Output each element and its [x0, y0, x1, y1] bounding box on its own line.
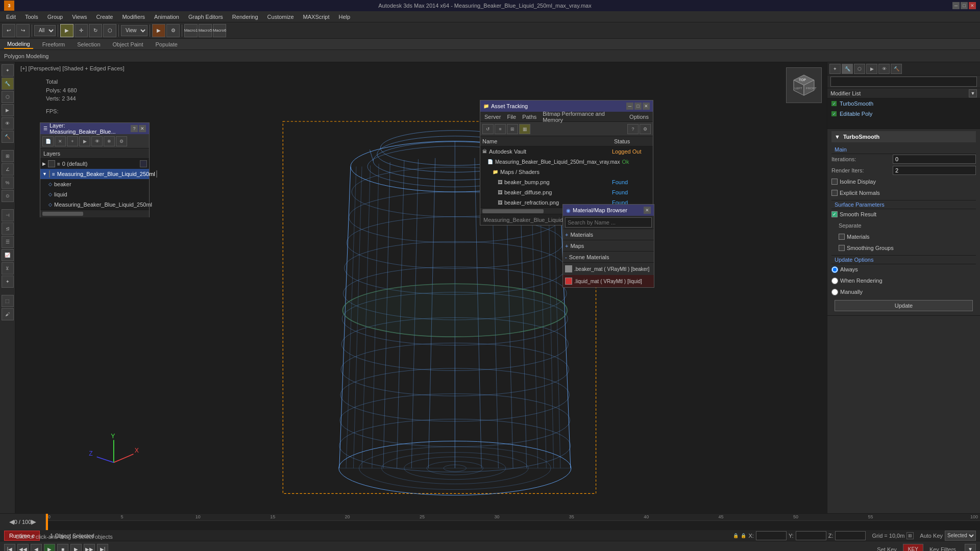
modify-panel-button[interactable]: 🔧	[2, 78, 14, 90]
at-horizontal-scrollbar[interactable]	[482, 209, 544, 213]
at-refresh-button[interactable]: ↺	[482, 124, 494, 134]
frame-next-button[interactable]: ▶	[31, 518, 36, 525]
animate-button[interactable]: Runtime e	[4, 531, 40, 541]
tab-selection[interactable]: Selection	[74, 40, 103, 48]
at-menu-options[interactable]: Options	[627, 114, 651, 120]
layers-panel-titlebar[interactable]: ☰ Layer: Measuring_Beaker_Blue... ? ✕	[40, 123, 149, 134]
at-row-maps[interactable]: 📁 Maps / Shaders	[480, 167, 653, 177]
at-close-button[interactable]: ✕	[643, 103, 650, 110]
always-radio[interactable]	[831, 266, 838, 273]
paint-select-button[interactable]: 🖌	[2, 308, 14, 320]
menu-customize[interactable]: Customize	[263, 13, 298, 21]
redo-button[interactable]: ↪	[16, 24, 30, 37]
menu-edit[interactable]: Edit	[2, 13, 20, 21]
layer-item-default[interactable]: ▶ ≡ 0 (default)	[40, 159, 149, 169]
at-menu-paths[interactable]: Paths	[520, 114, 538, 120]
layers-help-button[interactable]: ?	[131, 125, 138, 132]
at-maximize-button[interactable]: □	[634, 103, 642, 110]
goto-start-button[interactable]: |◀	[4, 544, 15, 552]
minimize-button[interactable]: ─	[952, 2, 960, 9]
curve-editor-button[interactable]: 📈	[2, 249, 14, 261]
undo-button[interactable]: ↩	[2, 24, 15, 37]
align-button[interactable]: ⊴	[2, 222, 14, 235]
display-panel-button[interactable]: 👁	[2, 117, 14, 130]
at-list-button[interactable]: ≡	[495, 124, 506, 134]
auto-key-dropdown[interactable]: Selected	[945, 531, 976, 541]
percent-snap-button[interactable]: %	[2, 177, 14, 189]
material-search-input[interactable]	[565, 217, 652, 228]
close-button[interactable]: ✕	[969, 2, 976, 9]
utilities-panel-button[interactable]: 🔨	[2, 131, 14, 143]
display-tab[interactable]: 👁	[878, 64, 890, 74]
tab-modeling[interactable]: Modeling	[4, 40, 33, 49]
menu-maxscript[interactable]: MAXScript	[299, 13, 334, 21]
tab-populate[interactable]: Populate	[152, 40, 180, 48]
hierarchy-panel-button[interactable]: ⬡	[2, 91, 14, 103]
tab-freeform[interactable]: Freeform	[39, 40, 68, 48]
modify-tab[interactable]: 🔧	[842, 64, 853, 74]
snap-button[interactable]: ⊞	[2, 150, 14, 162]
manually-radio[interactable]	[831, 289, 838, 295]
layer-item-beaker[interactable]: ◇ beaker	[40, 179, 149, 189]
explicit-normals-checkbox[interactable]	[831, 190, 838, 196]
render-iters-input[interactable]	[893, 166, 976, 175]
modifier-list-dropdown[interactable]: ▼	[969, 89, 977, 97]
x-input[interactable]	[756, 531, 787, 540]
at-row-maxfile[interactable]: 📄 Measuring_Beaker_Blue_Liquid_250ml_max…	[480, 157, 653, 167]
layer-freeze-button[interactable]: ❄	[104, 136, 115, 146]
scene-materials-section[interactable]: - Scene Materials	[563, 252, 654, 263]
at-menu-file[interactable]: File	[505, 114, 518, 120]
menu-create[interactable]: Create	[92, 13, 117, 21]
when-rendering-radio[interactable]	[831, 278, 838, 284]
select-button[interactable]: ▶	[60, 24, 74, 37]
at-row-vault[interactable]: 🏛 Autodesk Vault Logged Out	[480, 146, 653, 157]
z-input[interactable]	[835, 531, 866, 540]
layer-delete-button[interactable]: ✕	[55, 136, 66, 146]
layers-scrollbar[interactable]	[42, 212, 83, 216]
maps-section[interactable]: + Maps	[563, 240, 654, 252]
layer-new-button[interactable]: 📄	[42, 136, 54, 146]
modifier-editable-poly[interactable]: ✓ Editable Poly	[827, 109, 980, 119]
layer-properties-button[interactable]: ⚙	[116, 136, 127, 146]
spinner-snap-button[interactable]: ⊙	[2, 190, 14, 202]
layer-vis-default[interactable]	[48, 160, 55, 167]
menu-views[interactable]: Views	[68, 13, 91, 21]
at-detail-button[interactable]: ▦	[519, 124, 530, 134]
macro3-button[interactable]: Macro6	[213, 24, 226, 37]
render-setup-button[interactable]: ⚙	[166, 24, 180, 37]
hierarchy-tab[interactable]: ⬡	[854, 64, 865, 74]
utilities-tab[interactable]: 🔨	[891, 64, 902, 74]
menu-animation[interactable]: Animation	[150, 13, 183, 21]
modifier-turbosmooth[interactable]: ✓ TurboSmooth	[827, 98, 980, 109]
goto-end-button[interactable]: ▶|	[97, 544, 108, 552]
next-frame-button[interactable]: ▶▶	[84, 544, 95, 552]
menu-rendering[interactable]: Rendering	[228, 13, 262, 21]
move-button[interactable]: ✛	[75, 24, 88, 37]
y-input[interactable]	[796, 531, 826, 540]
prev-key-button[interactable]: ◀	[31, 544, 42, 552]
grid-snap-toggle[interactable]: ⊞	[906, 532, 914, 539]
menu-help[interactable]: Help	[335, 13, 355, 21]
at-row-diffuse[interactable]: 🖼 beaker_diffuse.png Found	[480, 187, 653, 197]
render-button[interactable]: ▶	[152, 24, 165, 37]
turbosmooth-header[interactable]: ▼ TurboSmooth	[831, 131, 976, 142]
material-browser-titlebar[interactable]: ◉ Material/Map Browser ✕	[563, 205, 654, 216]
timeline-track[interactable]: 0 5 10 15 20 25 30 35 40 45 50 55 100	[46, 514, 980, 530]
modifier-enable-editable-poly[interactable]: ✓	[831, 111, 837, 116]
view-mode-dropdown[interactable]: View	[121, 25, 148, 36]
at-minimize-button[interactable]: ─	[626, 103, 633, 110]
navigation-cube[interactable]: TOP LEFT FRONT	[786, 67, 822, 103]
at-menu-server[interactable]: Server	[482, 114, 503, 120]
angle-snap-button[interactable]: ∠	[2, 163, 14, 176]
layer-select-objects-button[interactable]: ▶	[79, 136, 90, 146]
scale-button[interactable]: ⬡	[103, 24, 116, 37]
menu-graph-editors[interactable]: Graph Editors	[184, 13, 227, 21]
layer-manager-button[interactable]: ☰	[2, 236, 14, 248]
smooth-result-checkbox[interactable]: ✓	[831, 211, 838, 217]
layer-item-measuring2[interactable]: ◇ Measuring_Beaker_Blue_Liquid_250ml	[40, 199, 149, 210]
rotate-button[interactable]: ↻	[89, 24, 102, 37]
modifier-enable-turbosmooth[interactable]: ✓	[831, 101, 837, 106]
update-button[interactable]: Update	[835, 300, 973, 311]
mirror-button[interactable]: ⊣	[2, 209, 14, 221]
smoothing-groups-checkbox[interactable]	[839, 245, 845, 251]
